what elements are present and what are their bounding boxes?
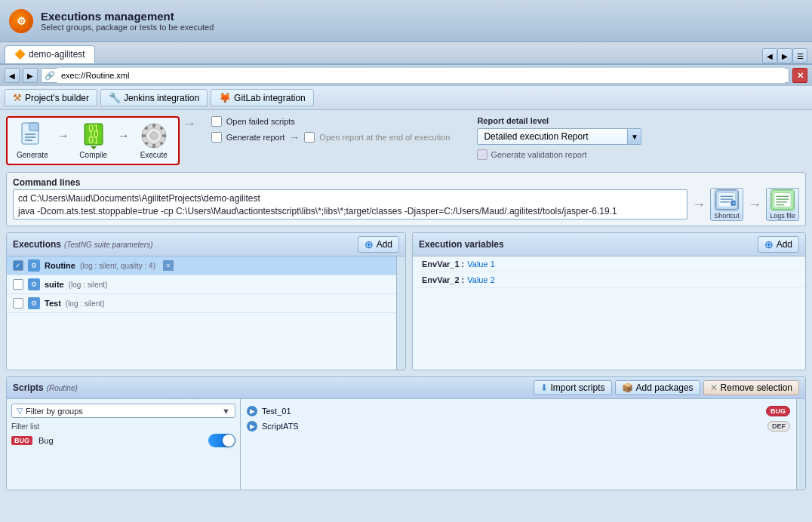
generate-step[interactable]: Generate (17, 122, 48, 159)
svg-text:01: 01 (88, 135, 99, 146)
logs-icon (770, 189, 795, 210)
logs-btn[interactable]: Logs file (766, 188, 799, 221)
options-section: Open failed scripts Generate report → Op… (211, 116, 642, 166)
svg-rect-1 (29, 123, 38, 130)
shortcut-icon (715, 189, 739, 210)
bug-toggle-row: BUG Bug (11, 434, 235, 447)
bug-toggle[interactable] (208, 434, 235, 447)
scripts-header: Scripts (Routine) ⬇ Import scripts 📦 Add… (7, 377, 805, 399)
script-icon-scriptats: ▶ (247, 421, 257, 431)
compile-icon: 01 10 01 (78, 122, 109, 149)
report-select-row: Detailed execution Report ▼ (477, 128, 641, 145)
jenkins-icon: 🔧 (109, 92, 121, 103)
tab-projects-builder[interactable]: ⚒ Project's builder (5, 89, 97, 106)
workflow-box: Generate → 01 10 01 Compile (6, 116, 180, 165)
app-container: ⚙ Executions management Select groups, p… (0, 0, 812, 522)
script-tag-scriptats: DEF (767, 421, 790, 431)
script-tag-test01: BUG (766, 406, 790, 416)
add-packages-btn[interactable]: 📦 Add packages (615, 380, 700, 395)
generate-report-checkbox[interactable] (211, 132, 222, 143)
execute-icon (139, 122, 169, 149)
script-item-scriptats[interactable]: ▶ ScriptATS DEF (247, 419, 790, 434)
exec-item-test[interactable]: ⚙ Test (log : silent) (7, 294, 396, 313)
option-group-left: Open failed scripts Generate report → Op… (211, 116, 451, 143)
variables-add-btn[interactable]: ⊕ Add (758, 236, 799, 253)
script-icon-test01: ▶ (247, 406, 257, 416)
report-arrow: → (289, 131, 300, 143)
variables-panel: Execution variables ⊕ Add EnvVar_1 : Val… (412, 232, 806, 370)
svg-point-20 (150, 132, 158, 140)
gitlab-icon: 🦊 (219, 92, 231, 103)
forward-btn[interactable]: ▶ (23, 68, 38, 83)
content-area: Generate → 01 10 01 Compile (0, 110, 812, 522)
routine-detail-btn[interactable]: ≡ (163, 260, 174, 271)
test-icon: ⚙ (28, 297, 40, 309)
address-input[interactable] (57, 68, 786, 83)
exec-item-routine[interactable]: ⚙ Routine (log : silent, quality : 4) ≡ (7, 256, 396, 275)
executions-list: ⚙ Routine (log : silent, quality : 4) ≡ … (7, 256, 396, 370)
report-section: Report detail level Detailed execution R… (477, 116, 641, 160)
test-checkbox[interactable] (13, 298, 23, 309)
command-lines-section: Command lines cd C:\Users\Maud\Documents… (6, 172, 806, 226)
tab-demo[interactable]: 🔶 demo-agilitest (5, 45, 95, 63)
suite-checkbox[interactable] (13, 279, 23, 290)
workflow-to-options-arrow: → (180, 116, 199, 143)
bug-badge: BUG (11, 436, 32, 445)
scripts-scrollbar[interactable] (796, 399, 805, 490)
arrow-1: → (57, 129, 69, 153)
report-select-arrow[interactable]: ▼ (628, 128, 641, 145)
import-scripts-btn[interactable]: ⬇ Import scripts (534, 380, 612, 395)
address-bar: ◀ ▶ 🔗 ✕ (0, 65, 812, 86)
filter-dropdown[interactable]: ▽ Filter by groups ▼ (11, 404, 235, 418)
tab-prev-btn[interactable]: ◀ (762, 48, 777, 63)
cmd-arrow: → (692, 197, 706, 213)
tab-menu-btn[interactable]: ☰ (792, 48, 807, 63)
toolbar: ⚒ Project's builder 🔧 Jenkins integratio… (0, 86, 812, 110)
app-subtitle: Select groups, package or tests to be ex… (41, 23, 214, 32)
shortcut-btn[interactable]: Shortcut (710, 188, 743, 221)
executions-panel: Executions (TestNG suite parameters) ⊕ A… (6, 232, 406, 370)
executions-add-btn[interactable]: ⊕ Add (358, 236, 399, 253)
svg-marker-9 (91, 146, 97, 149)
tab-gitlab[interactable]: 🦊 GitLab integration (211, 89, 314, 106)
svg-rect-12 (152, 124, 155, 127)
app-title-block: Executions management Select groups, pac… (41, 10, 214, 32)
executions-scrollbar[interactable] (396, 256, 405, 370)
import-icon: ⬇ (540, 382, 548, 393)
svg-rect-13 (152, 144, 155, 148)
remove-selection-btn[interactable]: ✕ Remove selection (703, 380, 799, 395)
svg-rect-14 (142, 134, 146, 137)
url-icon: 🔗 (45, 71, 55, 81)
suite-icon: ⚙ (28, 278, 40, 290)
exec-item-suite[interactable]: ⚙ suite (log : silent) (7, 275, 396, 294)
option-generate-report: Generate report → Open report at the end… (211, 131, 451, 143)
tab-next-btn[interactable]: ▶ (777, 48, 792, 63)
package-icon: 📦 (622, 382, 633, 393)
filter-icon: ▽ (17, 406, 23, 416)
report-select-box[interactable]: Detailed execution Report (477, 128, 628, 145)
tab-jenkins[interactable]: 🔧 Jenkins integration (100, 89, 208, 106)
lower-layout: Executions (TestNG suite parameters) ⊕ A… (6, 232, 806, 370)
script-item-test01[interactable]: ▶ Test_01 BUG (247, 404, 790, 419)
command-text: cd C:\Users\Maud\Documents\AgilitetProje… (13, 189, 687, 220)
executions-header: Executions (TestNG suite parameters) ⊕ A… (7, 233, 405, 256)
option-open-failed: Open failed scripts (211, 116, 451, 127)
variables-list: EnvVar_1 : Value 1 EnvVar_2 : Value 2 (413, 256, 805, 288)
generate-icon (17, 122, 48, 149)
open-failed-checkbox[interactable] (211, 116, 222, 127)
scripts-buttons: ⬇ Import scripts 📦 Add packages ✕ Remove… (534, 380, 799, 395)
execute-step[interactable]: Execute (139, 122, 169, 159)
toggle-knob (223, 434, 235, 447)
filter-arrow-icon: ▼ (222, 407, 230, 416)
executions-body: ⚙ Routine (log : silent, quality : 4) ≡ … (7, 256, 405, 370)
close-window-btn[interactable]: ✕ (792, 68, 807, 83)
filter-list-label: Filter list (11, 422, 235, 431)
variables-header: Execution variables ⊕ Add (413, 233, 805, 256)
open-report-checkbox[interactable] (304, 132, 315, 143)
back-btn[interactable]: ◀ (5, 68, 20, 83)
scripts-list: ▶ Test_01 BUG ▶ ScriptATS DEF (241, 399, 796, 490)
compile-step[interactable]: 01 10 01 Compile (78, 122, 109, 159)
var-item-1: EnvVar_1 : Value 1 (413, 256, 805, 272)
routine-checkbox[interactable] (13, 260, 23, 271)
validation-checkbox[interactable] (477, 149, 488, 160)
